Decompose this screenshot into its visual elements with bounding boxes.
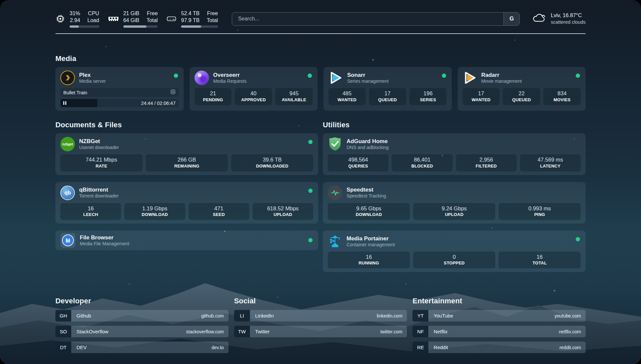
radarr-icon [463,71,477,85]
stat-seed: 471 SEED [189,203,249,220]
stat-leech: 16 LEECH [60,203,121,220]
bookmark-linkedin[interactable]: LI LinkedIn linkedin.com [234,310,407,321]
weather-widget: Lviv, 16.87°C scattered clouds [532,12,586,25]
stat-queued: 22 QUEUED [503,88,540,105]
search-engine-button[interactable]: G [504,13,519,25]
online-status-dot [308,140,313,144]
overseerr-card[interactable]: Overseerr Media Requests 21 PENDING 40 A… [190,67,318,111]
section-developer: Developer GH Github github.com SO StackO… [55,297,229,357]
top-bar: 31% 2.94 CPU Load [55,10,586,28]
search-input[interactable] [232,13,504,25]
memory-free-value: 21 GiB [123,10,139,17]
bookmark-reddit[interactable]: RE Reddit reddit.com [412,342,586,353]
app-description: Usenet downloader [79,145,119,151]
app-name: Overseerr [213,72,247,78]
adguard-icon [328,137,342,151]
online-status-dot [308,238,313,242]
stat-wanted: 17 WANTED [463,88,500,105]
plex-icon [60,71,75,85]
sonarr-icon [328,71,343,85]
online-status-dot [576,237,580,241]
app-name: Media Portainer [347,235,395,242]
app-description: Speedtest Tracking [347,193,386,199]
stat-approved: 40 APPROVED [235,88,272,105]
app-description: Media Requests [213,78,247,84]
portainer-icon [328,234,342,249]
pause-button[interactable] [60,99,97,107]
memory-progress-fill [123,25,146,28]
memory-total-label: Total [147,17,158,24]
disk-total-value: 97.9 TB [181,17,199,24]
online-status-dot [308,189,313,193]
overseerr-icon [195,71,209,85]
portainer-card[interactable]: Media Portainer Container management 16 … [323,230,586,272]
online-status-dot [308,74,312,78]
header-divider [55,33,586,34]
app-description: Movie management [481,78,522,84]
cpu-progress-fill [70,25,79,28]
nzbget-icon: nzbget [60,137,75,151]
plex-card[interactable]: Plex Media server Bullet Train [55,67,184,111]
system-stats: 31% 2.94 CPU Load [55,10,218,28]
qbittorrent-card[interactable]: qb qBittorrent Torrent downloader 16 LEE… [55,182,318,224]
cpu-load-value: 2.94 [70,17,80,24]
online-status-dot [174,74,178,78]
stat-queued: 17 QUEUED [369,88,406,105]
speedtest-icon [328,186,342,200]
cpu-stat: 31% 2.94 CPU Load [55,10,99,28]
disk-progress-fill [181,25,201,28]
playback-time: 24:44 / 02:06:47 [141,101,176,106]
stat-blocked: 86,401 BLOCKED [392,154,452,171]
memory-total-value: 64 GiB [123,17,139,24]
stat-wanted: 485 WANTED [328,88,366,105]
disk-icon [166,15,177,23]
filebrowser-card[interactable]: File Browser Media File Management [55,230,318,250]
app-name: AdGuard Home [347,138,389,145]
weather-location-temp: Lviv, 16.87°C [551,12,586,19]
filebrowser-icon [60,233,76,248]
bookmark-netflix[interactable]: NF Netflix netflix.com [412,326,586,337]
disk-free-value: 52.4 TB [181,10,199,17]
stat-filtered: 2,956 FILTERED [456,154,517,171]
app-description: DNS and adblocking [347,145,389,151]
disk-progress-bar [181,25,218,28]
cpu-load-label: Load [87,17,99,24]
bookmark-stackoverflow[interactable]: SO StackOverflow stackoverflow.com [55,326,229,337]
app-name: NZBGet [79,138,119,145]
radarr-card[interactable]: Radarr Movie management 17 WANTED 22 QUE… [458,67,586,111]
app-name: qBittorrent [79,186,119,193]
media-section-title: Media [55,54,586,63]
bookmark-dev[interactable]: DT DEV dev.to [55,342,229,353]
disk-stat: 52.4 TB 97.9 TB Free Total [166,10,218,28]
bookmark-twitter[interactable]: TW Twitter twitter.com [234,326,407,337]
stat-total: 16 TOTAL [499,252,581,268]
sonarr-card[interactable]: Sonarr Series management 485 WANTED 17 Q… [323,67,452,111]
stat-upload: 9.24 Gbps UPLOAD [413,203,495,220]
memory-stat: 21 GiB 64 GiB Free Total [108,10,158,28]
cloud-icon [532,13,546,25]
stat-downloaded: 39.6 TB DOWNLOADED [231,154,313,171]
nzbget-card[interactable]: nzbget NZBGet Usenet downloader 744.21 M… [55,133,318,175]
cpu-icon [55,14,65,24]
stat-download: 9.65 Gbps DOWNLOAD [328,203,410,220]
app-description: Torrent downloader [79,193,119,199]
speedtest-card[interactable]: Speedtest Speedtest Tracking 9.65 Gbps D… [323,182,586,224]
stat-series: 196 SERIES [410,88,447,105]
bookmark-youtube[interactable]: YT YouTube youtube.com [412,310,586,321]
cpu-label: CPU [88,10,99,17]
disk-free-label: Free [207,10,218,17]
stat-running: 16 RUNNING [328,252,410,268]
stat-download: 1.19 Gbps DOWNLOAD [124,203,185,220]
stat-rate: 744.21 Mbps RATE [60,154,142,171]
entertainment-section-title: Entertainment [412,297,586,305]
app-name: Plex [79,72,106,78]
now-playing-row: Bullet Train [60,88,179,97]
memory-progress-bar [123,25,158,28]
utilities-section-title: Utilities [323,121,586,129]
bookmark-github[interactable]: GH Github github.com [55,310,229,321]
disk-total-label: Total [207,17,218,24]
dashboard-screen: 31% 2.94 CPU Load [0,0,641,364]
developer-section-title: Developer [55,297,229,305]
adguard-card[interactable]: AdGuard Home DNS and adblocking 498,564 … [323,133,586,175]
section-social: Social LI LinkedIn linkedin.com TW Twitt… [234,297,407,357]
